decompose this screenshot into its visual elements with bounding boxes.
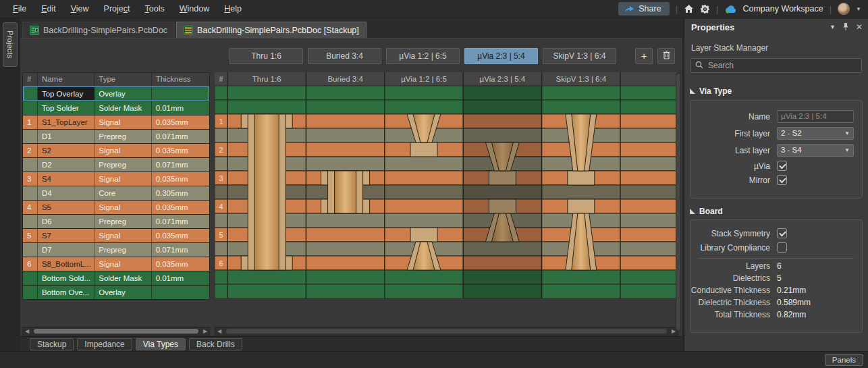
cell-num [23, 101, 38, 115]
cell-type: Prepreg [94, 130, 151, 143]
stat-row-total-thickness: Total Thickness0.82mm [690, 310, 862, 319]
cell-type: Core [94, 186, 151, 200]
uvia-label: µVia [690, 161, 777, 171]
cell-type: Overlay [94, 87, 151, 101]
table-row-Top Overlay[interactable]: Top OverlayOverlay [23, 86, 209, 101]
cell-type: Overlay [94, 286, 151, 299]
menu-item-help[interactable]: Help [217, 0, 249, 18]
gear-icon[interactable] [700, 4, 710, 14]
menu-item-window[interactable]: Window [172, 0, 217, 18]
cell-type: Signal [94, 115, 151, 129]
table-row-Top Solder[interactable]: Top SolderSolder Mask0.01mm [23, 101, 209, 115]
scroll-left-arrow-icon[interactable]: ◀ [215, 328, 223, 334]
cell-thick: 0.035mm [152, 144, 209, 157]
vertical-scrollbar[interactable] [676, 72, 681, 332]
via-type-button-4[interactable]: SkipV 1:3 | 6:4 [543, 48, 616, 64]
table-row-S2[interactable]: 2S2Signal0.035mm [23, 143, 209, 157]
close-icon[interactable]: ✕ [856, 22, 863, 32]
table-row-D4[interactable]: D4Core0.305mm [23, 186, 209, 200]
bottom-tab-stackup[interactable]: Stackup [30, 338, 74, 350]
table-row-Bottom Sold...[interactable]: Bottom Sold...Solder Mask0.01mm [23, 271, 209, 285]
via-name-field[interactable]: µVia 2:3 | 5:4 [777, 110, 854, 123]
section-header-board[interactable]: Board [690, 207, 723, 216]
table-row-S5[interactable]: 4S5Signal0.035mm [23, 200, 209, 214]
via-type-button-3[interactable]: µVia 2:3 | 5:4 [464, 48, 538, 64]
scroll-left-arrow-icon[interactable]: ◀ [23, 328, 31, 334]
cell-type: Solder Mask [94, 101, 151, 115]
first-layer-value: 2 - S2 [781, 128, 802, 139]
separator: | [716, 4, 718, 14]
cell-name: S8_BottomL... [38, 257, 94, 271]
search-input[interactable] [708, 61, 857, 70]
bottom-tab-impedance[interactable]: Impedance [77, 338, 132, 350]
column-header-name: Name [38, 73, 94, 86]
stack-symmetry-label: Stack Symmetry [690, 229, 777, 238]
workspace-label[interactable]: Company Workspace [742, 4, 823, 14]
cell-name: D4 [38, 186, 94, 200]
table-row-D1[interactable]: D1Prepreg0.071mm [23, 129, 209, 143]
cell-name: S1_TopLayer [38, 115, 94, 129]
menu-item-file[interactable]: File [5, 0, 34, 18]
svg-text:µVia 2:3 | 5:4: µVia 2:3 | 5:4 [480, 75, 526, 83]
cell-type: Signal [94, 229, 151, 242]
menu-item-project[interactable]: Project [97, 0, 138, 18]
scrollbar-thumb[interactable] [226, 329, 667, 334]
bottom-tab-back-drills[interactable]: Back Drills [189, 338, 242, 350]
chevron-down-icon[interactable]: ▼ [856, 6, 861, 12]
share-button[interactable]: Share [618, 2, 669, 16]
cell-num: 5 [23, 229, 38, 242]
cell-num: 6 [23, 257, 38, 271]
via-type-button-1[interactable]: Buried 3:4 [308, 48, 381, 64]
scroll-right-arrow-icon[interactable]: ▶ [201, 328, 209, 334]
stackup-cross-section[interactable]: #Thru 1:6Buried 3:4µVia 1:2 | 6:5µVia 2:… [215, 72, 678, 300]
svg-text:Thru 1:6: Thru 1:6 [252, 75, 281, 83]
sidebar-tab-projects[interactable]: Projects [3, 22, 18, 67]
cell-name: S2 [38, 144, 94, 157]
cross-section-horizontal-scrollbar[interactable]: ◀ ▶ [215, 327, 678, 336]
chevron-down-icon[interactable]: ▼ [830, 24, 836, 30]
library-compliance-checkbox[interactable] [777, 242, 787, 253]
cell-thick: 0.01mm [152, 101, 209, 115]
menu-item-edit[interactable]: Edit [34, 0, 63, 18]
table-row-S8_BottomL...[interactable]: 6S8_BottomL...Signal0.035mm [23, 257, 209, 271]
pin-icon[interactable] [842, 22, 849, 32]
table-row-S4[interactable]: 3S4Signal0.035mm [23, 172, 209, 186]
table-row-D2[interactable]: D2Prepreg0.071mm [23, 157, 209, 172]
menu-item-tools[interactable]: Tools [138, 0, 172, 18]
stack-symmetry-checkbox[interactable] [777, 228, 787, 238]
column-header-type: Type [94, 73, 151, 86]
chevron-down-icon: ▼ [844, 144, 850, 156]
uvia-checkbox[interactable] [777, 161, 787, 171]
cell-thick: 0.071mm [152, 243, 209, 257]
last-layer-dropdown[interactable]: 3 - S4 ▼ [777, 144, 854, 157]
separator: | [830, 4, 832, 14]
scrollbar-thumb[interactable] [676, 74, 680, 330]
menu-item-view[interactable]: View [63, 0, 97, 18]
first-layer-dropdown[interactable]: 2 - S2 ▼ [777, 127, 854, 140]
panels-button[interactable]: Panels [825, 354, 863, 366]
search-box[interactable] [690, 58, 862, 73]
document-tab-0[interactable]: BackDrilling-SimplePairs.PcbDoc [22, 22, 175, 38]
section-header-via-type[interactable]: Via Type [690, 86, 732, 96]
scrollbar-thumb[interactable] [34, 329, 198, 334]
via-type-button-2[interactable]: µVia 1:2 | 6:5 [386, 48, 460, 64]
trash-icon [663, 51, 670, 61]
left-panel-strip: Projects [0, 18, 20, 351]
table-row-S7[interactable]: 5S7Signal0.035mm [23, 228, 209, 242]
add-via-type-button[interactable]: + [635, 48, 653, 64]
stat-label: Dielectric Thickness [690, 298, 777, 307]
table-horizontal-scrollbar[interactable]: ◀ ▶ [22, 327, 210, 336]
via-type-button-0[interactable]: Thru 1:6 [229, 48, 303, 64]
avatar[interactable] [838, 3, 850, 15]
table-row-Bottom Ove...[interactable]: Bottom Ove...Overlay [23, 285, 209, 299]
table-row-S1_TopLayer[interactable]: 1S1_TopLayerSignal0.035mm [23, 115, 209, 129]
mirror-checkbox[interactable] [777, 175, 787, 185]
bottom-tab-via-types[interactable]: Via Types [136, 338, 186, 350]
home-icon[interactable] [684, 4, 694, 14]
cell-type: Signal [94, 201, 151, 214]
delete-via-type-button[interactable] [657, 48, 675, 64]
document-tab-1[interactable]: BackDrilling-SimplePairs.PcbDoc [Stackup… [176, 22, 367, 38]
table-row-D7[interactable]: D7Prepreg0.071mm [23, 242, 209, 257]
table-row-D6[interactable]: D6Prepreg0.071mm [23, 214, 209, 228]
cell-name: D7 [38, 243, 94, 257]
